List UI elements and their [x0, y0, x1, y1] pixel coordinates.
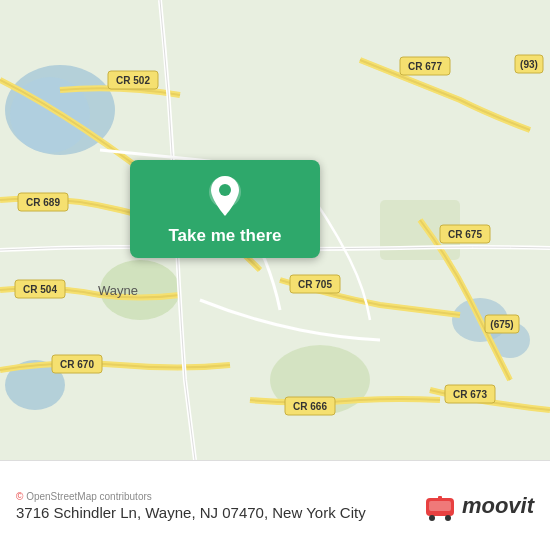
moovit-icon — [424, 490, 456, 522]
svg-rect-26 — [438, 496, 442, 500]
cr675b-label: (675) — [490, 319, 513, 330]
take-me-there-label: Take me there — [168, 226, 281, 246]
location-pin-icon — [207, 174, 243, 218]
cr689-label: CR 689 — [26, 197, 60, 208]
cr673-label: CR 673 — [453, 389, 487, 400]
copyright-symbol: © — [16, 491, 23, 502]
cr675-label: CR 675 — [448, 229, 482, 240]
osm-text: OpenStreetMap contributors — [26, 491, 152, 502]
cr504-label: CR 504 — [23, 284, 57, 295]
bottom-bar: © OpenStreetMap contributors 3716 Schind… — [0, 460, 550, 550]
take-me-there-button[interactable]: Take me there — [130, 160, 320, 258]
moovit-logo: moovit — [424, 490, 534, 522]
map-container: CR 502 CR 677 CR 689 CR 675 CR 504 CR 70… — [0, 0, 550, 460]
cr93-label: (93) — [520, 59, 538, 70]
cr502-label: CR 502 — [116, 75, 150, 86]
cr677-label: CR 677 — [408, 61, 442, 72]
address-text: 3716 Schindler Ln, Wayne, NJ 07470, New … — [16, 504, 366, 521]
bottom-info: © OpenStreetMap contributors 3716 Schind… — [16, 491, 366, 521]
svg-rect-23 — [429, 501, 451, 511]
cr666-label: CR 666 — [293, 401, 327, 412]
svg-point-25 — [445, 515, 451, 521]
svg-point-24 — [429, 515, 435, 521]
cr705-label: CR 705 — [298, 279, 332, 290]
svg-point-21 — [219, 184, 231, 196]
copyright-text: © OpenStreetMap contributors — [16, 491, 366, 502]
moovit-wordmark: moovit — [462, 493, 534, 519]
wayne-label: Wayne — [98, 283, 138, 298]
cr670-label: CR 670 — [60, 359, 94, 370]
